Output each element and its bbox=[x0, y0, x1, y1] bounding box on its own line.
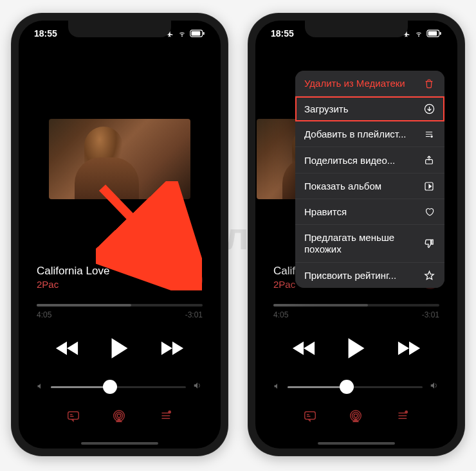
home-indicator[interactable] bbox=[81, 442, 158, 445]
queue-button[interactable] bbox=[157, 409, 174, 426]
ellipsis-icon: ••• bbox=[187, 274, 200, 286]
notch bbox=[305, 21, 408, 37]
rewind-button[interactable] bbox=[55, 341, 79, 356]
svg-point-16 bbox=[405, 411, 407, 413]
volume-slider[interactable] bbox=[51, 386, 186, 388]
status-time: 18:55 bbox=[271, 28, 294, 39]
lyrics-button[interactable] bbox=[302, 409, 318, 426]
play-button[interactable] bbox=[347, 337, 366, 359]
svg-point-7 bbox=[169, 411, 170, 413]
menu-item-suggest-less[interactable]: Предлагать меньше похожих bbox=[295, 225, 444, 263]
wifi-icon bbox=[177, 30, 187, 37]
heart-icon bbox=[423, 207, 435, 217]
thumbs-down-icon bbox=[424, 238, 435, 249]
menu-item-rate[interactable]: Присвоить рейтинг... bbox=[295, 263, 444, 288]
star-icon bbox=[423, 270, 435, 281]
forward-button[interactable] bbox=[160, 341, 185, 356]
share-icon bbox=[423, 154, 435, 166]
menu-item-label: Поделиться видео... bbox=[304, 155, 395, 166]
airplay-button[interactable] bbox=[347, 409, 364, 426]
volume-low-icon bbox=[273, 381, 281, 393]
svg-rect-3 bbox=[68, 412, 79, 420]
download-icon bbox=[423, 103, 435, 114]
volume-fill bbox=[51, 386, 110, 388]
video-area bbox=[19, 104, 221, 213]
track-title: California Love bbox=[37, 265, 203, 278]
screen-right: 18:55 Califor bbox=[255, 21, 457, 449]
notch bbox=[68, 21, 171, 37]
menu-item-delete[interactable]: Удалить из Медиатеки bbox=[295, 71, 444, 96]
status-icons bbox=[165, 30, 205, 38]
phone-frame-left: 18:55 Califor bbox=[11, 13, 228, 456]
volume-low-icon bbox=[37, 381, 44, 393]
volume-fill bbox=[288, 386, 347, 388]
phone-frame-right: 18:55 Califor bbox=[248, 13, 465, 456]
svg-rect-2 bbox=[203, 32, 205, 35]
trash-icon bbox=[423, 78, 435, 89]
progress-bar[interactable] bbox=[37, 304, 203, 307]
menu-item-label: Показать альбом bbox=[304, 181, 381, 191]
airplay-button[interactable] bbox=[111, 409, 127, 426]
menu-item-download[interactable]: Загрузить bbox=[295, 96, 444, 121]
time-elapsed: 4:05 bbox=[37, 310, 51, 319]
volume-high-icon bbox=[429, 381, 439, 393]
svg-point-4 bbox=[117, 414, 121, 418]
battery-icon bbox=[190, 30, 205, 37]
menu-item-show-album[interactable]: Показать альбом bbox=[295, 173, 444, 199]
menu-item-label: Присвоить рейтинг... bbox=[304, 270, 396, 281]
menu-item-add-playlist[interactable]: Добавить в плейлист... bbox=[295, 121, 444, 147]
play-button[interactable] bbox=[110, 337, 129, 359]
screen-left: 18:55 Califor bbox=[19, 21, 221, 449]
time-elapsed: 4:05 bbox=[273, 310, 288, 319]
forward-button[interactable] bbox=[397, 341, 421, 356]
progress-fill bbox=[273, 304, 368, 307]
context-menu: Удалить из Медиатеки Загрузить Добавить … bbox=[295, 71, 444, 288]
progress-area[interactable]: 4:05 -3:01 bbox=[37, 304, 203, 319]
svg-rect-11 bbox=[440, 32, 441, 35]
video-thumbnail[interactable] bbox=[49, 119, 190, 199]
status-time: 18:55 bbox=[34, 28, 57, 39]
volume-knob[interactable] bbox=[103, 380, 117, 394]
time-remaining: -3:01 bbox=[422, 310, 439, 319]
rewind-button[interactable] bbox=[291, 341, 316, 356]
menu-item-label: Загрузить bbox=[304, 103, 349, 114]
home-indicator[interactable] bbox=[318, 442, 395, 445]
volume-knob[interactable] bbox=[340, 380, 354, 394]
menu-item-label: Удалить из Медиатеки bbox=[304, 78, 405, 89]
progress-bar[interactable] bbox=[273, 304, 439, 307]
track-artist[interactable]: 2Pac bbox=[37, 279, 203, 290]
status-icons bbox=[401, 30, 442, 38]
svg-point-18 bbox=[431, 136, 432, 137]
more-options-button[interactable]: ••• bbox=[185, 271, 203, 289]
time-remaining: -3:01 bbox=[185, 310, 203, 319]
svg-rect-12 bbox=[305, 412, 316, 420]
progress-fill bbox=[37, 304, 131, 307]
menu-item-label: Добавить в плейлист... bbox=[304, 129, 407, 139]
progress-area[interactable]: 4:05 -3:01 bbox=[273, 304, 439, 319]
menu-item-like[interactable]: Нравится bbox=[295, 199, 444, 225]
playlist-add-icon bbox=[423, 130, 435, 139]
svg-rect-1 bbox=[192, 31, 201, 36]
lyrics-button[interactable] bbox=[66, 409, 81, 426]
menu-item-label: Нравится bbox=[304, 206, 347, 217]
wifi-icon bbox=[414, 30, 424, 37]
menu-item-label: Предлагать меньше похожих bbox=[304, 232, 424, 255]
volume-slider[interactable] bbox=[288, 386, 423, 388]
battery-icon bbox=[426, 30, 442, 37]
menu-item-share[interactable]: Поделиться видео... bbox=[295, 147, 444, 173]
album-icon bbox=[423, 181, 435, 191]
volume-high-icon bbox=[192, 381, 203, 393]
queue-button[interactable] bbox=[394, 409, 410, 426]
svg-point-13 bbox=[354, 414, 358, 418]
svg-rect-10 bbox=[428, 31, 437, 36]
